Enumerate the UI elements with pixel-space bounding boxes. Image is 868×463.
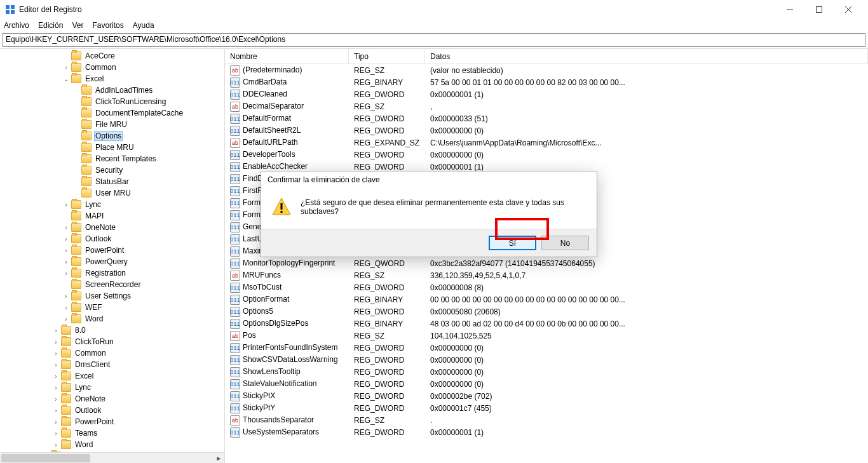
- tree-node[interactable]: AceCore: [0, 50, 224, 62]
- tree-node[interactable]: ›Excel: [0, 370, 224, 382]
- chevron-right-icon[interactable]: ›: [51, 361, 61, 368]
- yes-button[interactable]: Sí: [489, 236, 536, 250]
- list-row[interactable]: 011DefaultSheetR2LREG_DWORD0x00000000 (0…: [225, 124, 868, 137]
- list-row[interactable]: 011DeveloperToolsREG_DWORD0x00000000 (0): [225, 149, 868, 161]
- tree-node[interactable]: ClickToRunLicensing: [0, 96, 224, 107]
- col-name[interactable]: Nombre: [225, 49, 349, 64]
- chevron-right-icon[interactable]: ›: [51, 407, 61, 414]
- tree-node[interactable]: ›OneNote: [0, 222, 224, 233]
- close-button[interactable]: [834, 0, 863, 19]
- maximize-button[interactable]: [804, 0, 834, 19]
- chevron-right-icon[interactable]: ›: [61, 316, 71, 323]
- tree-node[interactable]: ›ClickToRun: [0, 336, 224, 347]
- chevron-right-icon[interactable]: ›: [51, 327, 61, 334]
- list-row[interactable]: 011DefaultFormatREG_DWORD0x00000033 (51): [225, 112, 868, 124]
- list-row[interactable]: abThousandsSeparatorREG_SZ.: [225, 414, 868, 426]
- chevron-right-icon[interactable]: ›: [51, 419, 61, 426]
- list-row[interactable]: ab(Predeterminado)REG_SZ(valor no establ…: [225, 64, 868, 76]
- tree-node[interactable]: AddInLoadTimes: [0, 84, 224, 96]
- no-button[interactable]: No: [541, 236, 589, 250]
- tree-node[interactable]: Security: [0, 164, 224, 176]
- chevron-right-icon[interactable]: ›: [51, 441, 61, 448]
- list-row[interactable]: 011StaleValueNotificationREG_DWORD0x0000…: [225, 378, 868, 390]
- tree-node[interactable]: ›OneNote: [0, 393, 224, 405]
- tree-node[interactable]: ›Common: [0, 347, 224, 359]
- tree-node[interactable]: Options: [0, 130, 224, 142]
- tree-node[interactable]: ›User Settings: [0, 290, 224, 302]
- address-bar[interactable]: Equipo\HKEY_CURRENT_USER\SOFTWARE\Micros…: [3, 33, 865, 47]
- list-row[interactable]: 011OptionFormatREG_BINARY00 00 00 00 00 …: [225, 293, 868, 305]
- chevron-right-icon[interactable]: ›: [61, 236, 71, 243]
- list-row[interactable]: 011Options5REG_DWORD0x00005080 (20608): [225, 305, 868, 318]
- list-row[interactable]: abMRUFuncsREG_SZ336,120,359,49,52,5,4,1,…: [225, 269, 868, 281]
- menu-help[interactable]: Ayuda: [133, 21, 154, 30]
- chevron-right-icon[interactable]: ›: [51, 339, 61, 346]
- tree-node[interactable]: Recent Templates: [0, 153, 224, 164]
- list-row[interactable]: 011StickyPtXREG_DWORD0x000002be (702): [225, 390, 868, 402]
- tree-node[interactable]: Place MRU: [0, 142, 224, 153]
- tree-node[interactable]: ›Outlook: [0, 233, 224, 245]
- tree-node[interactable]: ScreenRecorder: [0, 279, 224, 290]
- menu-favorites[interactable]: Favoritos: [92, 21, 123, 30]
- chevron-right-icon[interactable]: ›: [61, 270, 71, 277]
- tree-node[interactable]: ›Word: [0, 313, 224, 325]
- tree-panel[interactable]: AceCore›Common⌄ExcelAddInLoadTimesClickT…: [0, 49, 225, 463]
- menu-edit[interactable]: Edición: [38, 21, 63, 30]
- chevron-down-icon[interactable]: ⌄: [61, 76, 71, 83]
- tree-node[interactable]: StatusBar: [0, 176, 224, 187]
- value-name: 011DefaultFormat: [225, 114, 349, 124]
- list-row[interactable]: 011StickyPtYREG_DWORD0x000001c7 (455): [225, 402, 868, 414]
- tree-node[interactable]: ›Teams: [0, 427, 224, 439]
- list-row[interactable]: 011MsoTbCustREG_DWORD0x00000008 (8): [225, 281, 868, 293]
- list-row[interactable]: abPosREG_SZ104,104,1025,525: [225, 330, 868, 342]
- list-row[interactable]: 011UseSystemSeparatorsREG_DWORD0x0000000…: [225, 426, 868, 438]
- minimize-button[interactable]: [775, 0, 804, 19]
- menu-view[interactable]: Ver: [72, 21, 83, 30]
- chevron-right-icon[interactable]: ›: [61, 304, 71, 311]
- titlebar: Editor del Registro: [0, 0, 868, 19]
- tree-node[interactable]: ›8.0: [0, 325, 224, 336]
- col-type[interactable]: Tipo: [349, 49, 425, 64]
- chevron-right-icon[interactable]: ›: [61, 258, 71, 265]
- tree-node[interactable]: ›PowerQuery: [0, 256, 224, 267]
- list-row[interactable]: 011CmdBarDataREG_BINARY57 5a 00 00 01 01…: [225, 76, 868, 88]
- list-row[interactable]: abDecimalSeparatorREG_SZ,: [225, 100, 868, 112]
- scroll-right-icon[interactable]: ►: [214, 453, 224, 464]
- list-row[interactable]: 011OptionsDlgSizePosREG_BINARY48 03 00 0…: [225, 318, 868, 330]
- tree-node[interactable]: ›Common: [0, 62, 224, 73]
- col-data[interactable]: Datos: [425, 49, 868, 64]
- chevron-right-icon[interactable]: ›: [51, 430, 61, 437]
- chevron-right-icon[interactable]: ›: [51, 384, 61, 391]
- scroll-thumb[interactable]: [1, 454, 90, 462]
- list-row[interactable]: 011MonitorTopologyFingerprintREG_QWORD0x…: [225, 257, 868, 269]
- tree-node[interactable]: User MRU: [0, 187, 224, 199]
- tree-node[interactable]: ›WEF: [0, 302, 224, 313]
- tree-node[interactable]: MAPI: [0, 210, 224, 222]
- chevron-right-icon[interactable]: ›: [61, 64, 71, 71]
- list-row[interactable]: 011ShowCSVDataLossWarningREG_DWORD0x0000…: [225, 354, 868, 366]
- chevron-right-icon[interactable]: ›: [51, 373, 61, 380]
- tree-node[interactable]: ›Lync: [0, 382, 224, 393]
- tree-node[interactable]: DocumentTemplateCache: [0, 107, 224, 119]
- chevron-right-icon[interactable]: ›: [61, 201, 71, 208]
- menu-file[interactable]: Archivo: [4, 21, 29, 30]
- chevron-right-icon[interactable]: ›: [61, 247, 71, 254]
- chevron-right-icon[interactable]: ›: [51, 396, 61, 403]
- tree-node[interactable]: ›Lync: [0, 199, 224, 210]
- tree-node[interactable]: ›PowerPoint: [0, 416, 224, 427]
- chevron-right-icon[interactable]: ›: [61, 293, 71, 300]
- list-row[interactable]: abDefaultURLPathREG_EXPAND_SZC:\Users\ju…: [225, 137, 868, 149]
- tree-node[interactable]: ›PowerPoint: [0, 245, 224, 256]
- tree-scrollbar[interactable]: ◄ ►: [0, 452, 224, 463]
- tree-node[interactable]: ›DmsClient: [0, 359, 224, 370]
- tree-node[interactable]: ›Word: [0, 439, 224, 450]
- tree-node[interactable]: ›Outlook: [0, 405, 224, 416]
- chevron-right-icon[interactable]: ›: [51, 350, 61, 357]
- tree-node[interactable]: File MRU: [0, 119, 224, 130]
- chevron-right-icon[interactable]: ›: [61, 224, 71, 231]
- tree-node[interactable]: ›Registration: [0, 267, 224, 279]
- list-row[interactable]: 011DDECleanedREG_DWORD0x00000001 (1): [225, 88, 868, 100]
- tree-node[interactable]: ⌄Excel: [0, 73, 224, 84]
- list-row[interactable]: 011ShowLensTooltipREG_DWORD0x00000000 (0…: [225, 366, 868, 378]
- list-row[interactable]: 011PrinterFontsFoundInSystemREG_DWORD0x0…: [225, 342, 868, 354]
